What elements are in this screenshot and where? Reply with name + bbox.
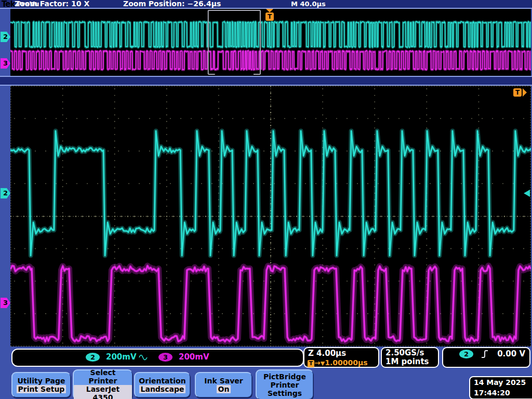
acquisition-box: 2.50GS/s 1M points (381, 347, 439, 368)
menu-button-line: Landscape (135, 385, 190, 393)
trigger-level-arrow-icon (524, 190, 530, 197)
ch2-coupling-sine-icon (139, 354, 148, 361)
delay-arrow-icon: → (314, 358, 321, 367)
trigger-level-readout: 0.00 V (497, 349, 525, 358)
menu-button-line: Utility Page (12, 377, 70, 385)
overview-ch2-marker: 2 (1, 32, 10, 42)
delay-t-icon: T (308, 360, 314, 367)
menu-button-line: PictBridge (257, 373, 313, 381)
overview-trigger-t-icon: T (265, 12, 274, 21)
ch2-scale-readout: 200mV (106, 352, 137, 362)
menu-button-line: Printer (74, 377, 132, 385)
datetime-box: 14 May 2025 17:44:20 (469, 376, 532, 399)
menu-button-pictbridge[interactable]: PictBridgePrinterSettings (256, 369, 313, 399)
trigger-readout-box: 2 0.00 V (442, 347, 530, 368)
tek-logo: Tek (2, 0, 15, 9)
zoom-timebase-box: Z 4.00µs T→▼1.00000µs (303, 347, 379, 368)
main-trigger-offscreen-arrow-icon (523, 88, 527, 97)
menu-button-select[interactable]: SelectPrinterLaserJet 4350 (73, 369, 132, 399)
main-trigger-t-icon: T (513, 88, 522, 97)
delay-ref-icon: ▼ (321, 360, 325, 367)
ch2-position-marker: 2 (1, 188, 10, 198)
zoom-position-readout: Zoom Position: −26.4µs (123, 0, 221, 8)
sample-rate-readout: 2.50GS/s (385, 348, 424, 357)
zoom-scale-readout: Z 4.00µs (308, 349, 346, 358)
record-length-readout: 1M points (385, 357, 429, 366)
overview-ch3-marker: 3 (1, 58, 10, 69)
delay-value-readout: 1.00000µs (325, 358, 367, 367)
menu-button-line: Printer (257, 381, 313, 389)
menu-button-line: LaserJet 4350 (74, 385, 132, 399)
main-waveform-window (10, 86, 531, 347)
zoom-info-bar (0, 76, 532, 86)
menu-button-line: Settings (257, 389, 313, 397)
time-readout: 17:44:20 (474, 388, 532, 398)
menu-button-line: Ink Saver (196, 377, 251, 385)
ch3-scale-readout: 200mV (179, 352, 209, 362)
menu-button-utility-page[interactable]: Utility PagePrint Setup (11, 372, 71, 397)
date-readout: 14 May 2025 (474, 377, 532, 388)
menu-button-line: On (196, 385, 251, 393)
oscilloscope-screen: Tek PreVu M 40.0µs 2 3 T Zoom Factor: 10… (0, 0, 532, 399)
menu-button-line: Print Setup (12, 385, 70, 393)
menu-button-orientation[interactable]: OrientationLandscape (134, 372, 190, 397)
channel-readout-box: 2 200mV 3 200mV (11, 349, 304, 367)
zoom-factor-readout: Zoom Factor: 10 X (15, 0, 89, 8)
ch2-badge: 2 (86, 353, 100, 362)
main-traces (10, 86, 531, 347)
menu-button-line: Select (74, 368, 132, 377)
trigger-source-badge: 2 (459, 350, 473, 358)
trigger-slope-icon (481, 350, 488, 358)
overview-trigger-arrow-icon (266, 9, 273, 12)
ch3-badge: 3 (158, 353, 172, 362)
menu-button-line: Orientation (135, 377, 190, 385)
ch3-position-marker: 3 (1, 298, 10, 308)
menu-button-ink-saver[interactable]: Ink SaverOn (195, 372, 252, 397)
main-timebase-readout: M 40.0µs (291, 0, 326, 8)
